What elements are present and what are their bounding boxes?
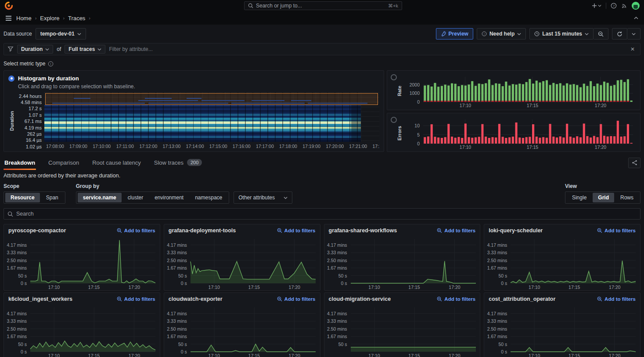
chevron-down-icon [585,32,589,36]
service-panel-k6cloud-ingest-workers: k6cloud_ingest_workers Add to filters 4.… [4,292,160,357]
breadcrumb-traces[interactable]: Traces [68,15,85,22]
service-panel-grafana-deployment-tools: grafana-deployment-tools Add to filters … [164,224,320,291]
service-panel-cost-attribution-operator: cost_attribution_operator Add to filters… [484,292,640,357]
filter-field-dropdown[interactable]: Duration [17,45,53,54]
clear-filters-button[interactable]: ✕ [629,45,637,53]
tab-breakdown[interactable]: Breakdown [4,156,36,170]
grafana-logo-icon[interactable] [4,1,13,10]
refresh-interval-button[interactable] [627,28,640,40]
tab-label: Root cause latency [92,159,141,166]
service-panel-grafana-shared-workflows: grafana-shared-workflows Add to filters … [324,224,481,291]
user-avatar[interactable] [632,2,640,10]
main-content: Data source tempo-dev-01 Preview i Need … [0,25,644,357]
magnifier-plus-icon [117,228,122,233]
top-nav: ⌘+k ? [0,0,644,11]
rss-icon [621,3,627,9]
service-panel-cloud-migration-service: cloud-migration-service Add to filters 4… [324,292,481,357]
add-to-filters-label: Add to filters [124,228,155,233]
heatmap-selection-box[interactable] [45,93,378,105]
service-chart: 4.17 mins3.33 mins2.50 mins1.67 mins50 s… [4,303,160,357]
service-panel-cloudwatch-exporter: cloudwatch-exporter Add to filters 4.17 … [164,292,320,357]
info-circle-icon: i [482,31,487,36]
view-option-rows[interactable]: Rows [615,193,639,202]
heatmap-y-axis-title: Duration [8,92,15,150]
search-icon [248,3,253,8]
add-to-filters-button[interactable]: Add to filters [117,296,155,302]
chevron-down-icon [45,47,49,51]
data-source-picker[interactable]: tempo-dev-01 [36,28,86,40]
info-circle-icon[interactable]: i [48,61,54,67]
breadcrumb-explore[interactable]: Explore [40,15,59,22]
add-to-filters-button[interactable]: Add to filters [437,296,475,302]
tab-root-cause-latency[interactable]: Root cause latency [91,156,142,170]
view-label: View [565,183,640,189]
rate-panel: Rate 01000200017:1017:1517:20 [387,70,640,110]
tab-label: Slow traces [154,159,183,166]
menu-toggle-button[interactable] [5,15,12,21]
heatmap-x-ticks: 17:08:0017:09:0017:10:0017:11:0017:12:00… [44,142,379,150]
collapse-header-button[interactable] [633,15,639,21]
refresh-button[interactable] [612,28,627,40]
errors-chart: 051017:1017:1517:20 [403,116,637,151]
news-button[interactable] [621,3,627,9]
need-help-button[interactable]: i Need help [477,28,526,40]
attribute-search[interactable] [4,208,640,220]
zoom-out-time-button[interactable] [594,28,608,40]
add-to-filters-label: Add to filters [604,296,636,302]
view-option-grid[interactable]: Grid [593,193,614,202]
filter-traces-dropdown[interactable]: Full traces [65,45,105,54]
other-attributes-label: Other attributes [238,195,275,201]
preview-button[interactable]: Preview [436,28,473,40]
histogram-radio[interactable] [8,76,14,82]
tab-slow-traces[interactable]: Slow traces 200 [153,155,203,170]
breadcrumb-home[interactable]: Home [16,15,32,22]
add-to-filters-button[interactable]: Add to filters [597,228,636,233]
rate-y-axis-title: Rate [396,73,403,109]
share-button[interactable] [628,158,640,168]
group-by-option-environment[interactable]: environment [149,193,189,202]
magnifier-minus-icon [598,31,604,37]
add-to-filters-button[interactable]: Add to filters [117,228,155,233]
filter-bar: Duration of Full traces ✕ [4,43,640,55]
errors-y-axis-title: Errors [396,116,403,151]
add-to-filters-label: Add to filters [284,296,316,302]
time-range-picker[interactable]: Last 15 minutes [529,28,594,40]
scope-radio-group: Resource Span [4,191,65,204]
group-by-option-service-name[interactable]: service.name [78,193,122,202]
service-title: k6cloud_ingest_workers [8,296,72,302]
magnifier-plus-icon [437,228,442,233]
add-to-filters-button[interactable]: Add to filters [597,296,636,302]
help-button[interactable]: ? [611,3,617,9]
group-by-option-namespace[interactable]: namespace [190,193,227,202]
service-title: cloud-migration-service [329,296,391,302]
other-attributes-select[interactable]: Other attributes [234,191,292,204]
service-title: grafana-shared-workflows [329,227,397,234]
attribute-search-input[interactable] [16,211,637,217]
service-title: grafana-deployment-tools [169,227,236,234]
add-to-filters-label: Add to filters [284,228,316,233]
scope-label: Scope [4,183,65,189]
filter-attribute-input[interactable] [109,46,625,52]
service-chart: 4.17 mins3.33 mins2.50 mins1.67 mins50 s… [324,234,480,290]
add-to-filters-label: Add to filters [604,228,636,233]
group-by-option-cluster[interactable]: cluster [122,193,148,202]
heatmap-plot[interactable] [44,92,379,142]
add-to-filters-button[interactable]: Add to filters [277,228,316,233]
scope-option-resource[interactable]: Resource [5,193,40,202]
histogram-panel: Histogram by duration Click and drag to … [4,70,384,152]
data-source-label: Data source [4,31,32,37]
service-panel-loki-query-scheduler: loki-query-scheduler Add to filters 4.17… [484,224,640,291]
add-to-filters-button[interactable]: Add to filters [437,228,475,233]
new-item-button[interactable] [592,3,601,8]
global-search-input[interactable] [256,3,385,9]
tab-label: Comparison [48,159,79,166]
global-search[interactable]: ⌘+k [244,1,402,10]
view-option-single[interactable]: Single [567,193,592,202]
divider [606,3,606,9]
breadcrumb: Home › Explore › Traces › [16,15,90,22]
tab-comparison[interactable]: Comparison [47,156,80,170]
scope-option-span[interactable]: Span [41,193,64,202]
add-to-filters-button[interactable]: Add to filters [277,296,316,302]
breadcrumb-separator: › [63,15,65,21]
time-range-label: Last 15 minutes [542,31,582,37]
